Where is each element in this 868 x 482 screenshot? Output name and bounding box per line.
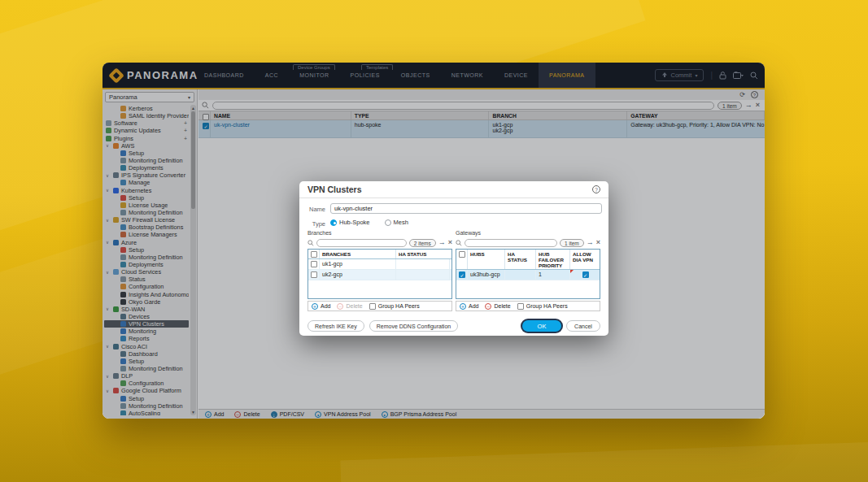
gateways-panel-footer: +Add−DeleteGroup HA Peers [456, 301, 600, 311]
cell: uk1-gcp [320, 259, 396, 269]
table-row[interactable]: uk2-gcp [308, 270, 451, 280]
dialog-footer: Refresh IKE Key Remove DDNS Configuratio… [299, 316, 608, 336]
gateways-delete-button[interactable]: −Delete [485, 303, 510, 310]
delete-icon: − [337, 303, 343, 310]
search-icon [456, 240, 462, 246]
type-label: Type [299, 220, 325, 228]
cell: 1 [536, 270, 570, 280]
checkbox-label: Group HA Peers [378, 303, 420, 309]
row-checkbox[interactable]: ✓ [459, 271, 465, 278]
apply-filter-icon[interactable]: → [438, 239, 446, 246]
refresh-ike-key-button[interactable]: Refresh IKE Key [308, 320, 364, 332]
gateways-panel-title: Gateways [456, 230, 481, 236]
clear-filter-icon[interactable]: × [596, 239, 600, 246]
action-label: Add [469, 303, 478, 309]
allow-dia-vpn-checkbox[interactable]: ✓ [582, 271, 589, 278]
row-checkbox-cell: ✓ [456, 270, 468, 280]
wallpaper-streak [340, 442, 868, 482]
column-header: ALLOW DIA VPN [570, 250, 600, 269]
name-field[interactable] [330, 203, 602, 214]
type-options: Hub-Spoke Mesh [330, 219, 408, 226]
branches-search-row: 2 items→× [308, 238, 452, 247]
branches-add-button[interactable]: +Add [312, 303, 330, 310]
cancel-button[interactable]: Cancel [566, 320, 600, 332]
checkbox-icon [517, 303, 524, 310]
row-checkbox-cell [308, 259, 320, 269]
dialog-title: VPN Clusters [308, 185, 362, 194]
radio-unselected-icon [385, 219, 391, 226]
branches-delete-button: −Delete [337, 303, 362, 310]
delete-icon: − [485, 303, 491, 310]
branches-panel-footer: +Add−DeleteGroup HA Peers [308, 301, 452, 311]
cell [396, 259, 450, 269]
search-icon [308, 240, 314, 246]
help-icon[interactable]: ? [592, 185, 600, 193]
checkbox-label: Group HA Peers [526, 303, 568, 309]
name-label: Name [299, 206, 325, 213]
table-header-row: HUBSHA STATUSHUB FAILOVER PRIORITYALLOW … [456, 250, 600, 270]
gateways-search-row: 1 item→× [456, 238, 600, 247]
column-header: HUBS [468, 250, 505, 269]
column-header: HA STATUS [505, 250, 536, 269]
gateways-panel: 1 item→×HUBSHA STATUSHUB FAILOVER PRIORI… [456, 238, 600, 311]
branches-table: BRANCHESHA STATUSuk1-gcpuk2-gcp [308, 249, 452, 299]
add-icon: + [312, 303, 318, 310]
select-all-checkbox[interactable] [311, 251, 317, 258]
column-header: BRANCHES [320, 250, 396, 258]
ok-button[interactable]: OK [522, 320, 561, 332]
radio-mesh[interactable]: Mesh [385, 219, 408, 226]
gateways-add-button[interactable]: +Add [460, 303, 478, 310]
branches-panel: 2 items→×BRANCHESHA STATUSuk1-gcpuk2-gcp… [308, 238, 452, 311]
gateways-search-input[interactable] [465, 239, 557, 247]
cell-allow-dia-vpn: ✓ [570, 270, 600, 280]
branches-search-input[interactable] [316, 239, 407, 247]
item-count-badge: 2 items [409, 239, 436, 247]
table-row[interactable]: ✓uk3hub-gcp1✓ [456, 270, 600, 280]
select-all-checkbox-cell [308, 250, 320, 258]
checkbox-icon [369, 303, 376, 310]
item-count-badge: 1 item [560, 239, 584, 247]
branches-panel-title: Branches [308, 230, 332, 236]
dialog-header: VPN Clusters ? [299, 181, 608, 198]
apply-filter-icon[interactable]: → [587, 239, 594, 246]
cell [396, 270, 450, 280]
remove-ddns-configuration-button[interactable]: Remove DDNS Configuration [369, 320, 458, 332]
column-header: HA STATUS [396, 250, 450, 258]
column-header: HUB FAILOVER PRIORITY [536, 250, 570, 269]
gateways-table: HUBSHA STATUSHUB FAILOVER PRIORITYALLOW … [456, 249, 600, 299]
row-checkbox[interactable] [311, 271, 317, 278]
action-label: Add [321, 303, 330, 309]
row-checkbox-cell [308, 270, 320, 280]
radio-selected-icon [330, 219, 337, 226]
radio-hub-spoke[interactable]: Hub-Spoke [330, 219, 370, 226]
add-icon: + [460, 303, 466, 310]
cell [505, 270, 536, 280]
select-all-checkbox-cell [456, 250, 468, 269]
cell: uk3hub-gcp [468, 270, 505, 280]
row-checkbox[interactable] [311, 261, 317, 267]
table-row[interactable]: uk1-gcp [308, 259, 451, 270]
vpn-clusters-dialog: VPN Clusters ? Name Type Hub-Spoke Mesh … [299, 181, 608, 336]
clear-filter-icon[interactable]: × [448, 239, 452, 246]
action-label: Delete [346, 303, 362, 309]
branches-group-ha-peers-checkbox[interactable]: Group HA Peers [369, 303, 420, 310]
table-header-row: BRANCHESHA STATUS [308, 250, 451, 259]
gateways-group-ha-peers-checkbox[interactable]: Group HA Peers [517, 303, 568, 310]
action-label: Delete [494, 303, 510, 309]
cell: uk2-gcp [320, 270, 396, 280]
select-all-checkbox[interactable] [459, 251, 465, 258]
